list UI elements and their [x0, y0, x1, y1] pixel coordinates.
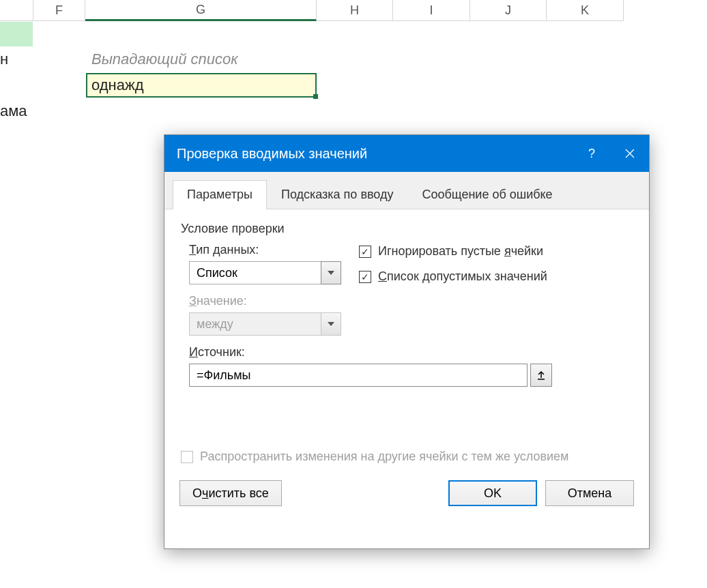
- in-cell-dropdown-checkbox[interactable]: Список допустимых значений: [359, 269, 547, 284]
- checkbox-icon: [359, 271, 371, 283]
- source-label: Источник:: [189, 345, 633, 359]
- cell-e3[interactable]: н: [0, 50, 8, 68]
- col-header-g[interactable]: G: [85, 0, 317, 21]
- value-label: Значение:: [189, 294, 341, 308]
- type-dropdown-button[interactable]: [321, 261, 341, 284]
- ignore-blank-checkbox[interactable]: Игнорировать пустые ячейки: [359, 244, 547, 259]
- range-select-button[interactable]: [530, 364, 552, 387]
- tab-error-alert[interactable]: Сообщение об ошибке: [407, 180, 566, 209]
- column-headers: F G H I J K: [0, 0, 624, 21]
- type-dropdown-value: Список: [189, 261, 321, 284]
- col-header-i[interactable]: I: [393, 0, 470, 21]
- col-header-blank[interactable]: [0, 0, 33, 21]
- close-icon: [625, 149, 635, 158]
- col-header-h[interactable]: H: [317, 0, 393, 21]
- col-header-k[interactable]: K: [547, 0, 624, 21]
- checkbox-icon: [181, 451, 193, 463]
- active-cell-g4[interactable]: однажд: [86, 73, 317, 98]
- type-label: Тип данных:: [189, 243, 341, 257]
- cell-g3-hint[interactable]: Выпадающий список: [91, 50, 238, 68]
- tab-parameters[interactable]: Параметры: [173, 180, 267, 209]
- value-dropdown: между: [189, 312, 341, 336]
- cancel-button[interactable]: Отмена: [545, 480, 634, 506]
- ignore-blank-label: Игнорировать пустые ячейки: [378, 244, 543, 259]
- dialog-title: Проверка вводимых значений: [177, 146, 367, 162]
- data-validation-dialog: Проверка вводимых значений ? Параметры П…: [164, 134, 650, 549]
- cell-e5[interactable]: ама: [0, 102, 27, 120]
- col-header-j[interactable]: J: [470, 0, 547, 21]
- checkbox-icon: [359, 246, 371, 258]
- cell-highlight-e2[interactable]: [0, 22, 33, 46]
- chevron-down-icon: [328, 322, 334, 326]
- value-dropdown-button: [321, 312, 341, 336]
- section-criteria-label: Условие проверки: [181, 222, 633, 236]
- dialog-button-row: Очистить все OK Отмена: [164, 471, 649, 521]
- propagate-label: Распространить изменения на другие ячейк…: [200, 450, 568, 464]
- value-dropdown-value: между: [189, 312, 321, 336]
- propagate-checkbox: Распространить изменения на другие ячейк…: [181, 450, 633, 464]
- col-header-f[interactable]: F: [33, 0, 85, 21]
- in-cell-dropdown-label: Список допустимых значений: [378, 269, 547, 284]
- ok-button[interactable]: OK: [448, 480, 537, 506]
- clear-all-button[interactable]: Очистить все: [179, 480, 282, 506]
- dialog-titlebar: Проверка вводимых значений ?: [164, 135, 649, 172]
- dialog-body: Условие проверки Тип данных: Список Знач…: [164, 209, 649, 471]
- source-input[interactable]: [189, 364, 528, 387]
- collapse-dialog-icon: [536, 370, 547, 381]
- type-dropdown[interactable]: Список: [189, 261, 341, 284]
- help-button[interactable]: ?: [573, 135, 611, 172]
- close-button[interactable]: [611, 135, 649, 172]
- help-icon: ?: [588, 147, 595, 161]
- tab-input-message[interactable]: Подсказка по вводу: [267, 180, 407, 209]
- chevron-down-icon: [328, 271, 334, 275]
- tab-strip: Параметры Подсказка по вводу Сообщение о…: [164, 172, 649, 209]
